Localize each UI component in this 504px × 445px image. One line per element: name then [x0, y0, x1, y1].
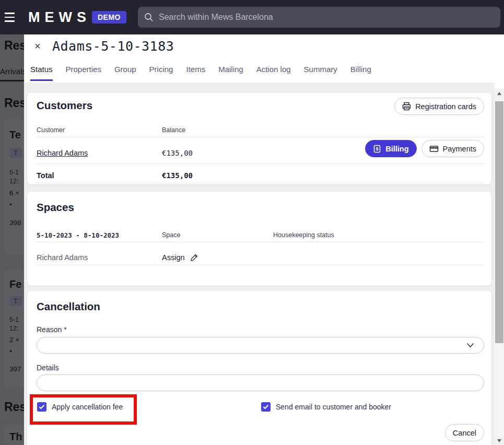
reason-select[interactable]	[37, 337, 484, 354]
reason-label: Reason *	[37, 325, 67, 334]
scrollbar[interactable]	[495, 89, 504, 445]
customer-row-actions: $ Billing Payments	[365, 140, 484, 157]
tab-summary[interactable]: Summary	[304, 65, 337, 81]
tab-status[interactable]: Status	[30, 65, 53, 81]
demo-badge: DEMO	[92, 11, 126, 24]
apply-fee-checkbox-row[interactable]: Apply cancellation fee	[37, 402, 123, 412]
customers-table-header: Customer Balance	[37, 126, 185, 134]
registration-cards-button[interactable]: Registration cards	[394, 98, 484, 115]
modal-tabs: Status Properties Group Pricing Items Ma…	[30, 65, 371, 81]
tab-mailing[interactable]: Mailing	[218, 65, 243, 81]
total-label: Total	[37, 171, 54, 180]
modal-header: × Adams-5-10-3183 Status Properties Grou…	[24, 34, 504, 83]
cancellation-heading: Cancellation	[37, 300, 100, 313]
customers-card: Customers Registration cards Customer Ba…	[27, 93, 491, 184]
background-page: Rese Arrivals Rese Te T 5-1 12: 6 × • 39…	[0, 34, 24, 445]
checkmark-icon	[39, 404, 45, 409]
credit-card-icon	[429, 145, 439, 153]
assign-space-link[interactable]: Assign	[162, 253, 198, 262]
customer-balance: €135,00	[162, 149, 193, 157]
customer-link[interactable]: Richard Adams	[37, 149, 88, 157]
global-search[interactable]	[138, 7, 500, 28]
send-email-label: Send email to customer and booker	[276, 403, 391, 411]
divider	[37, 163, 484, 164]
cancel-button[interactable]: Cancel	[445, 424, 484, 441]
tab-billing[interactable]: Billing	[350, 65, 371, 81]
column-dates: 5-10-2023 - 8-10-2023	[37, 231, 162, 239]
divider	[37, 137, 484, 137]
checkmark-icon	[263, 404, 269, 409]
cancellation-card: Cancellation Reason * Details Apply canc…	[27, 291, 491, 445]
payments-button[interactable]: Payments	[421, 140, 484, 157]
customers-heading: Customers	[37, 99, 92, 112]
tab-action-log[interactable]: Action log	[256, 65, 291, 81]
apply-fee-checkbox[interactable]	[37, 402, 46, 412]
details-input[interactable]	[37, 375, 484, 391]
spaces-card: Spaces 5-10-2023 - 8-10-2023 Space House…	[27, 192, 491, 286]
search-icon	[144, 13, 154, 22]
apply-fee-label: Apply cancellation fee	[52, 403, 123, 411]
column-customer: Customer	[37, 126, 162, 134]
tab-items[interactable]: Items	[186, 65, 205, 81]
divider	[37, 183, 484, 183]
reservation-modal: × Adams-5-10-3183 Status Properties Grou…	[24, 34, 504, 445]
spaces-heading: Spaces	[37, 201, 74, 214]
divider	[37, 265, 484, 265]
scroll-down-arrow[interactable]	[495, 436, 504, 445]
modal-dim-overlay	[0, 34, 24, 445]
billing-icon: $	[373, 145, 381, 153]
menu-icon[interactable]	[3, 8, 21, 26]
pencil-icon	[190, 253, 198, 262]
details-field-box	[37, 374, 484, 391]
spaces-table-header: 5-10-2023 - 8-10-2023 Space Housekeeping…	[37, 231, 334, 239]
reservation-title: Adams-5-10-3183	[52, 39, 174, 54]
close-icon[interactable]: ×	[34, 41, 41, 51]
tab-pricing[interactable]: Pricing	[149, 65, 173, 81]
printer-icon	[402, 102, 411, 111]
details-label: Details	[37, 364, 59, 372]
column-space: Space	[162, 231, 273, 239]
top-bar: MEWS DEMO	[0, 0, 504, 34]
chevron-down-icon	[466, 343, 474, 348]
modal-body: Customers Registration cards Customer Ba…	[24, 83, 495, 445]
tab-properties[interactable]: Properties	[66, 65, 101, 81]
send-email-checkbox-row[interactable]: Send email to customer and booker	[261, 402, 391, 412]
mews-logo[interactable]: MEWS	[28, 9, 91, 26]
billing-button[interactable]: $ Billing	[365, 140, 416, 157]
column-balance: Balance	[162, 126, 185, 134]
total-value: €135,00	[162, 171, 193, 180]
search-input[interactable]	[159, 13, 494, 22]
svg-text:$: $	[376, 146, 379, 151]
divider	[37, 242, 484, 242]
space-customer-name: Richard Adams	[37, 253, 88, 262]
scroll-up-arrow[interactable]	[495, 89, 504, 98]
tab-group[interactable]: Group	[114, 65, 136, 81]
column-housekeeping: Housekeeping status	[273, 231, 334, 239]
send-email-checkbox[interactable]	[261, 402, 271, 412]
scrollbar-thumb[interactable]	[495, 101, 503, 343]
